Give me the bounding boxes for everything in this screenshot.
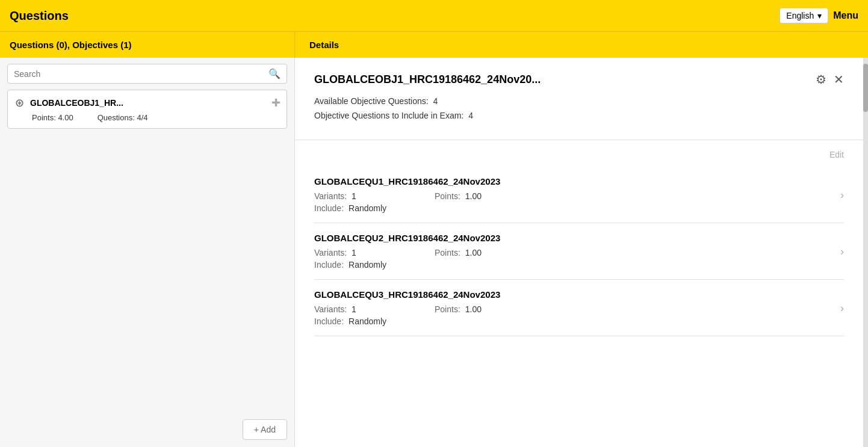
search-bar[interactable]: 🔍 [7, 64, 287, 84]
include-questions-info: Objective Questions to Include in Exam: … [314, 111, 844, 120]
left-sub-header: Questions (0), Objectives (1) [0, 32, 295, 58]
question-title-2: GLOBALCEQU2_HRC19186462_24Nov2023 [314, 233, 844, 243]
question-title-1: GLOBALCEQU1_HRC19186462_24Nov2023 [314, 176, 844, 187]
detail-actions: ⚙ ✕ [816, 72, 844, 87]
app-title: Questions [10, 9, 69, 23]
header-right: English ▾ Menu [780, 8, 858, 23]
chevron-down-icon: ▾ [817, 11, 822, 20]
chevron-right-icon-3[interactable]: › [840, 301, 844, 314]
list-item-meta: Points: 4.00 Questions: 4/4 [15, 113, 279, 122]
details-tab: Details [295, 32, 868, 58]
add-btn-area: + Add [0, 412, 294, 447]
list-item[interactable]: ⊛ GLOBALCEOBJ1_HR... ✚ Points: 4.00 Ques… [7, 90, 287, 129]
questions-section: Edit GLOBALCEQU1_HRC19186462_24Nov2023 V… [295, 140, 863, 346]
add-button[interactable]: + Add [243, 419, 287, 440]
drag-icon: ✚ [271, 96, 281, 109]
search-icon: 🔍 [268, 68, 281, 79]
objective-icon: ⊛ [15, 96, 24, 109]
question-row-1: GLOBALCEQU1_HRC19186462_24Nov2023 Varian… [314, 167, 844, 223]
search-input[interactable] [14, 69, 268, 79]
close-icon[interactable]: ✕ [834, 72, 844, 87]
scrollbar-thumb[interactable] [863, 64, 868, 112]
edit-link[interactable]: Edit [314, 150, 844, 159]
list-item-name: GLOBALCEOBJ1_HR... [30, 98, 279, 108]
settings-icon[interactable]: ⚙ [816, 72, 826, 87]
top-header: Questions English ▾ Menu [0, 0, 868, 31]
language-selector[interactable]: English ▾ [780, 8, 828, 23]
left-panel: 🔍 ⊛ GLOBALCEOBJ1_HR... ✚ Points: 4.00 Qu… [0, 58, 295, 447]
questions-meta: Questions: 4/4 [98, 113, 148, 122]
language-label: English [786, 11, 814, 20]
menu-button[interactable]: Menu [833, 10, 858, 21]
add-button-label: + Add [254, 425, 276, 434]
question-meta-2: Variants: 1 Points: 1.00 Include: Random… [314, 248, 844, 270]
question-meta-3: Variants: 1 Points: 1.00 Include: Random… [314, 304, 844, 326]
question-meta-1: Variants: 1 Points: 1.00 Include: Random… [314, 191, 844, 213]
chevron-right-icon-2[interactable]: › [840, 245, 844, 257]
question-row-3: GLOBALCEQU3_HRC19186462_24Nov2023 Varian… [314, 280, 844, 336]
question-row-2: GLOBALCEQU2_HRC19186462_24Nov2023 Varian… [314, 223, 844, 280]
right-panel: GLOBALCEOBJ1_HRC19186462_24Nov20... ⚙ ✕ … [295, 58, 863, 447]
detail-card: GLOBALCEOBJ1_HRC19186462_24Nov20... ⚙ ✕ … [295, 58, 863, 140]
chevron-right-icon-1[interactable]: › [840, 188, 844, 201]
main-layout: 🔍 ⊛ GLOBALCEOBJ1_HR... ✚ Points: 4.00 Qu… [0, 58, 868, 447]
detail-header: GLOBALCEOBJ1_HRC19186462_24Nov20... ⚙ ✕ [314, 72, 844, 87]
points-meta: Points: 4.00 [32, 113, 73, 122]
sub-header-title: Questions (0), Objectives (1) [10, 40, 132, 50]
question-title-3: GLOBALCEQU3_HRC19186462_24Nov2023 [314, 289, 844, 300]
details-tab-label: Details [309, 40, 339, 50]
available-questions-info: Available Objective Questions: 4 [314, 96, 844, 106]
list-item-header: ⊛ GLOBALCEOBJ1_HR... ✚ [15, 96, 279, 109]
detail-title: GLOBALCEOBJ1_HRC19186462_24Nov20... [314, 73, 541, 86]
scrollbar[interactable] [863, 58, 868, 447]
